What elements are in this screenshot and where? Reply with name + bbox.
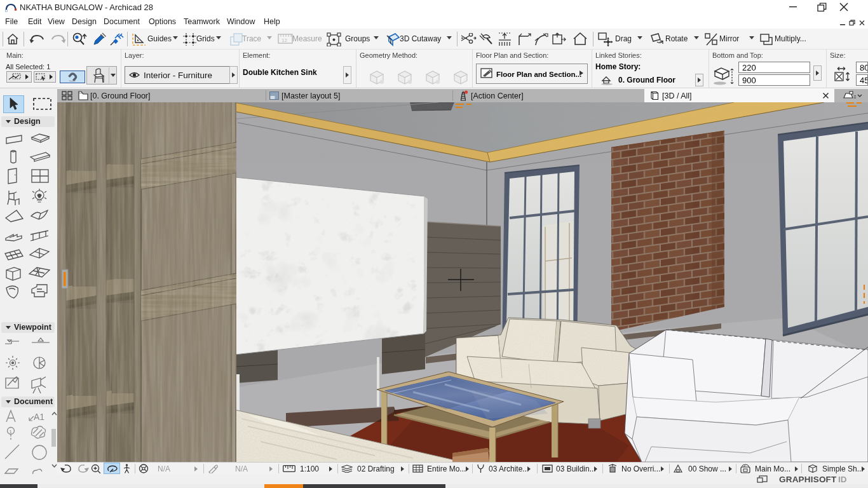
- svg-text:A1: A1: [34, 412, 44, 422]
- svg-text:12: 12: [281, 37, 287, 43]
- svg-text:1: 1: [10, 429, 13, 435]
